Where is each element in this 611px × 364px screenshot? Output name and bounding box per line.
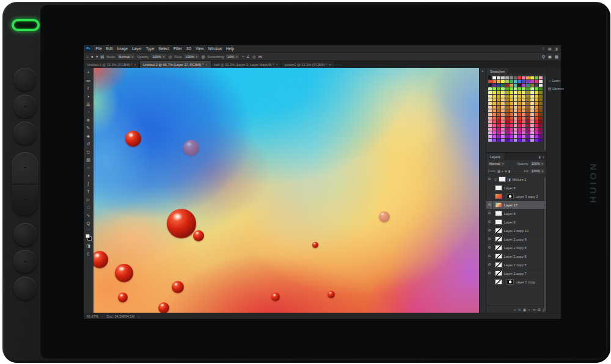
color-swatch[interactable]: [522, 95, 525, 98]
color-swatch[interactable]: [526, 91, 530, 94]
close-icon[interactable]: ×: [276, 63, 278, 67]
color-swatch[interactable]: [518, 124, 521, 127]
rocker-key[interactable]: [12, 152, 38, 216]
color-swatch[interactable]: [522, 120, 525, 123]
layer-row[interactable]: ⊙Layer 2 copy 10: [486, 227, 546, 235]
color-swatch[interactable]: [505, 109, 509, 112]
color-swatch[interactable]: [492, 135, 496, 138]
layer-row[interactable]: ⊙Layer 2 copy 7: [486, 269, 546, 278]
layer-row[interactable]: ⊙▽◨Mixture 1: [486, 175, 546, 184]
workspace-switcher-icon[interactable]: ▦: [555, 53, 558, 60]
color-swatch[interactable]: [535, 131, 538, 134]
color-swatch[interactable]: [488, 128, 492, 131]
tab-layers[interactable]: Layers: [486, 153, 504, 160]
color-swatch[interactable]: [535, 106, 538, 109]
color-swatch[interactable]: [492, 95, 496, 98]
color-swatch[interactable]: [522, 91, 525, 94]
color-swatch[interactable]: [530, 128, 534, 131]
zoom-tool[interactable]: Q: [87, 219, 90, 227]
color-swatch[interactable]: [492, 124, 496, 127]
menu-edit[interactable]: Edit: [104, 46, 115, 51]
color-swatch[interactable]: [514, 76, 518, 79]
color-swatch[interactable]: [514, 80, 518, 83]
opacity-select[interactable]: 100% ▾: [530, 162, 544, 166]
color-swatch[interactable]: [514, 106, 518, 109]
color-swatch[interactable]: [535, 139, 538, 142]
color-swatch[interactable]: [488, 84, 492, 87]
color-swatch[interactable]: [492, 102, 496, 105]
brush-angle-icon[interactable]: ∠: [246, 53, 250, 60]
color-swatch[interactable]: [522, 135, 525, 138]
color-swatch[interactable]: [518, 128, 521, 131]
close-icon[interactable]: ×: [205, 63, 208, 67]
color-swatch[interactable]: [539, 135, 543, 138]
color-swatch[interactable]: [497, 139, 500, 142]
healing-brush-tool[interactable]: ⊕: [87, 116, 90, 124]
color-swatch[interactable]: [539, 117, 543, 120]
color-swatch[interactable]: [505, 135, 509, 138]
color-swatch[interactable]: [492, 98, 496, 101]
layer-row[interactable]: ⊙Layer 2 copy 5: [486, 261, 546, 269]
color-swatch[interactable]: [530, 131, 534, 134]
color-swatch[interactable]: [492, 91, 496, 94]
color-swatch[interactable]: [539, 76, 543, 79]
color-swatch[interactable]: [497, 98, 500, 101]
layer-row[interactable]: ·Layer 3 copy 3: [486, 192, 546, 201]
color-swatch[interactable]: [535, 135, 538, 138]
link-layers-icon[interactable]: ∞: [514, 308, 516, 311]
dropdown-arrow-icon[interactable]: ▾: [96, 53, 98, 60]
color-swatch[interactable]: [522, 117, 525, 120]
panel-arrange-icon[interactable]: ◨: [554, 46, 558, 51]
color-swatch[interactable]: [501, 139, 505, 142]
opacity-select[interactable]: Opacity:100%▾: [137, 54, 166, 59]
color-swatch[interactable]: [501, 113, 505, 116]
color-swatch[interactable]: [501, 91, 505, 94]
eraser-tool[interactable]: ◻: [87, 148, 90, 156]
color-swatch[interactable]: [510, 131, 513, 134]
search-icon[interactable]: Q: [542, 53, 545, 60]
quick-selection-tool[interactable]: ◗: [87, 92, 89, 100]
color-swatch[interactable]: [488, 124, 492, 127]
color-swatch[interactable]: [501, 120, 505, 123]
share-icon[interactable]: ⇧: [542, 46, 545, 51]
color-swatch[interactable]: [514, 131, 518, 134]
menu-select[interactable]: Select: [156, 46, 172, 51]
color-swatch[interactable]: [526, 80, 530, 83]
color-swatch[interactable]: [530, 124, 534, 127]
color-swatch[interactable]: [514, 128, 518, 131]
color-swatch[interactable]: [526, 131, 530, 134]
color-swatch[interactable]: [518, 76, 521, 79]
color-swatch[interactable]: [488, 87, 492, 90]
color-swatch[interactable]: [492, 139, 496, 142]
color-swatch[interactable]: [510, 98, 513, 101]
workspace-icon[interactable]: ▦: [548, 46, 552, 51]
color-swatch[interactable]: [488, 109, 492, 112]
color-swatch[interactable]: [526, 128, 530, 131]
color-swatch[interactable]: [488, 139, 492, 142]
color-swatch[interactable]: [535, 124, 538, 127]
color-swatch[interactable]: [539, 91, 543, 94]
color-swatch[interactable]: [526, 87, 530, 90]
close-icon[interactable]: ×: [329, 63, 331, 67]
press-key-6[interactable]: [13, 277, 37, 300]
pressure-size-icon[interactable]: ◎: [252, 53, 256, 60]
color-swatch[interactable]: [522, 84, 525, 87]
color-swatch[interactable]: [514, 91, 518, 94]
color-swatch[interactable]: [492, 109, 496, 112]
color-swatch[interactable]: [505, 102, 509, 105]
color-swatch[interactable]: [514, 117, 518, 120]
layer-row[interactable]: ⊙Layer 2 copy 9: [486, 235, 546, 244]
color-swatch[interactable]: [505, 131, 509, 134]
visibility-eye-icon[interactable]: ⊙: [486, 261, 493, 269]
color-swatch[interactable]: [505, 87, 509, 90]
color-swatch[interactable]: [488, 117, 492, 120]
color-swatch[interactable]: [526, 95, 530, 98]
color-swatch[interactable]: [514, 124, 518, 127]
color-swatch[interactable]: [530, 80, 534, 83]
color-swatch[interactable]: [535, 128, 538, 131]
color-swatch[interactable]: [497, 91, 500, 94]
color-swatch[interactable]: [510, 106, 513, 109]
home-icon[interactable]: ⌂: [86, 53, 89, 60]
color-swatch[interactable]: [488, 95, 492, 98]
color-swatch[interactable]: [539, 128, 543, 131]
